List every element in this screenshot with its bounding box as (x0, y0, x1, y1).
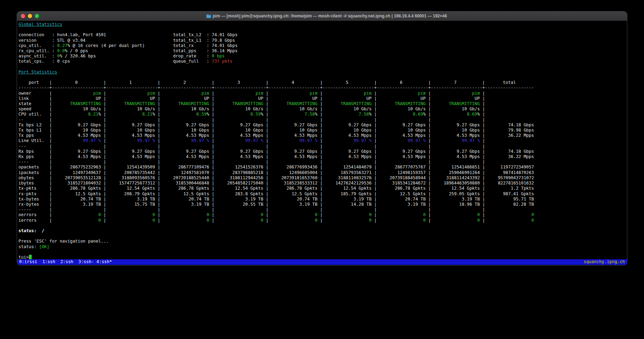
stat-line: rx_cpu_util. : 0.0% / 0 ppstotal_pps : 3… (18, 48, 626, 54)
table-row: Line Util. | 99.97 % | 99.97 % | 99.97 %… (18, 138, 626, 143)
blank-line (18, 27, 626, 32)
table-row: --- | | | | | | | | | (18, 144, 626, 149)
status-ok-line: status: [OK] (18, 244, 626, 250)
table-row: -- | | | | | | | | | (18, 117, 626, 123)
window-title: pim — [mosh] pim@squanchy.ipng.ch: /home… (213, 14, 447, 18)
minimize-button[interactable] (28, 14, 32, 18)
stat-line: total_cps. : 0 cpsqueue_full : 737 pkts (18, 59, 626, 64)
terminal-window: pim — [mosh] pim@squanchy.ipng.ch: /home… (17, 11, 627, 266)
table-row: tx-bytes | 20.74 TB | 3.19 TB | 20.74 TB… (18, 197, 626, 202)
table-row: Tx bps L1 | 10 Gbps | 10 Gbps | 10 Gbps … (18, 128, 626, 133)
tmux-hostname: squanchy.ipng.ch (584, 259, 625, 265)
table-row: Tx bps L2 | 9.27 Gbps | 9.27 Gbps | 9.27… (18, 123, 626, 128)
terminal-screen[interactable]: Global Statistics connection : hvn4.lab,… (17, 21, 627, 266)
port-statistics-heading: Port Statistics (18, 70, 57, 74)
blank-line (18, 234, 626, 239)
table-row: Rx bps | 9.27 Gbps | 9.27 Gbps | 9.27 Gb… (18, 149, 626, 154)
traffic-lights (21, 11, 39, 21)
status-spinner-line: status: / (18, 228, 44, 233)
port-table: port | 0 | 1 | 2 | 3 | 4 | 5 | 6 | 7 | t… (18, 80, 626, 223)
table-row: rx-pkts | 12.5 Gpkts | 208.79 Gpkts | 12… (18, 191, 626, 197)
text-cursor (29, 255, 32, 259)
table-row: tx-pkts | 286.78 Gpkts | 12.54 Gpkts | 2… (18, 186, 626, 191)
table-row: Rx pps | 4.53 Mpps | 4.53 Mpps | 4.53 Mp… (18, 154, 626, 159)
blank-line (18, 223, 626, 228)
table-row: state | TRANSMITTING | TRANSMITTING | TR… (18, 101, 626, 107)
table-row: link | UP | UP | UP | UP | UP | UP | UP … (18, 96, 626, 101)
stat-line: async_util. : 0% / 320.46 bpsdrop_rate :… (18, 54, 626, 59)
esc-hint: Press 'ESC' for navigation panel... (18, 239, 109, 244)
table-header-row: port | 0 | 1 | 2 | 3 | 4 | 5 | 6 | 7 | t… (18, 80, 626, 85)
tmux-window-list: 0:irssi 1:ssh 2:ssh 3:ssh- 4:ssh* (19, 259, 112, 265)
table-row: CPU util. | 8.21% | 8.21% | 8.59% | 8.59… (18, 112, 626, 117)
tmux-status-bar: 0:irssi 1:ssh 2:ssh 3:ssh- 4:ssh* squanc… (17, 259, 627, 265)
blank-line (18, 75, 626, 80)
window-title-bar: pim — [mosh] pim@squanchy.ipng.ch: /home… (17, 11, 627, 21)
stat-line: version : STL @ v3.04total_tx_L1 : 79.8 … (18, 38, 626, 43)
table-row: rx-bytes | 3.19 TB | 15.75 TB | 3.19 TB … (18, 202, 626, 207)
table-row: speed | 10 Gb/s | 10 Gb/s | 10 Gb/s | 10… (18, 107, 626, 112)
table-row: oerrors | 0 | 0 | 0 | 0 | 0 | 0 | 0 | 0 … (18, 212, 626, 218)
table-row: obytes | 20739053512128 | 3188093560576 … (18, 175, 626, 181)
table-row: opackets | 286775232963 | 12541439509 | … (18, 165, 626, 170)
folder-icon (197, 14, 211, 18)
table-row: ----- | | | | | | | | | (18, 207, 626, 212)
stat-line: connection : hvn4.lab, Port 4501total_tx… (18, 32, 626, 38)
table-separator: ------------+--------------------+------… (18, 85, 626, 90)
table-row: ---- | | | | | | | | | (18, 159, 626, 165)
status-value: [OK] (39, 244, 49, 249)
table-row: ierrors | 0 | 0 | 0 | 0 | 0 | 0 | 0 | 0 … (18, 218, 626, 223)
prompt-label: tui> (18, 255, 29, 260)
table-row: ipackets | 12497349637 | 208785735442 | … (18, 170, 626, 175)
global-stats-lines: connection : hvn4.lab, Port 4501total_tx… (18, 32, 626, 64)
table-row: owner | pim | pim | pim | pim | pim | pi… (18, 91, 626, 96)
status-label: status: (18, 244, 39, 249)
blank-line (18, 64, 626, 70)
table-row: ibytes | 3185271804032 | 15747725677312 … (18, 181, 626, 186)
zoom-button[interactable] (35, 14, 39, 18)
close-button[interactable] (21, 14, 25, 18)
global-statistics-heading: Global Statistics (18, 22, 62, 27)
table-row: Tx pps | 4.53 Mpps | 4.53 Mpps | 4.53 Mp… (18, 133, 626, 138)
stat-line: cpu_util. : 8.27% @ 16 cores (4 per dual… (18, 43, 626, 48)
blank-line (18, 250, 626, 255)
